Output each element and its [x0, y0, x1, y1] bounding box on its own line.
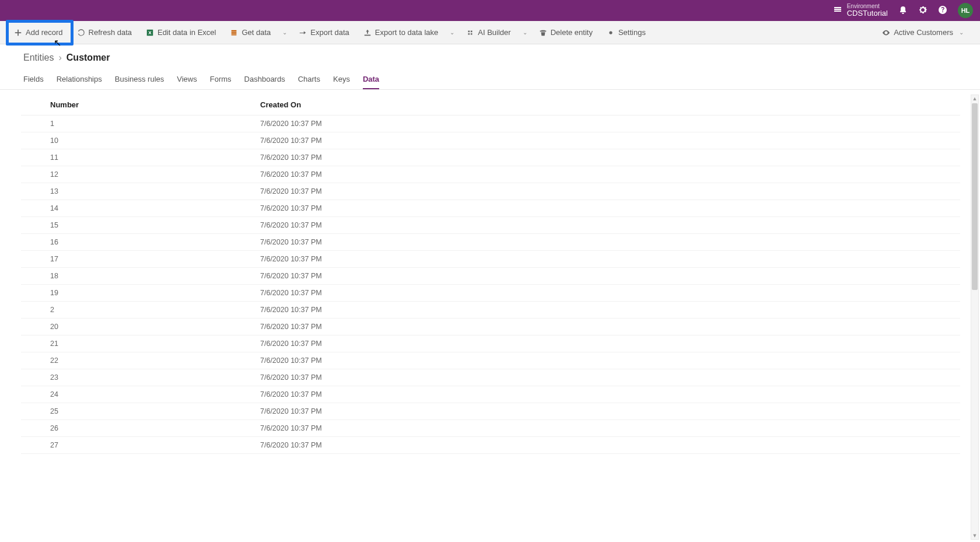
- cell-created: 7/6/2020 10:37 PM: [260, 187, 931, 195]
- table-row[interactable]: 187/6/2020 10:37 PM: [21, 268, 960, 285]
- data-grid-scroll[interactable]: Number Created On 17/6/2020 10:37 PM107/…: [21, 90, 966, 542]
- table-row[interactable]: 237/6/2020 10:37 PM: [21, 369, 960, 386]
- table-row[interactable]: 167/6/2020 10:37 PM: [21, 234, 960, 251]
- table-row[interactable]: 217/6/2020 10:37 PM: [21, 335, 960, 352]
- ai-builder-chevron-icon[interactable]: ⌄: [520, 29, 530, 36]
- tab-data[interactable]: Data: [363, 71, 379, 89]
- cell-number: 14: [50, 204, 260, 212]
- export-button[interactable]: Export data: [294, 26, 354, 39]
- breadcrumb-separator-icon: ›: [58, 53, 61, 63]
- cell-number: 20: [50, 323, 260, 331]
- table-row[interactable]: 277/6/2020 10:37 PM: [21, 437, 960, 454]
- table-row[interactable]: 197/6/2020 10:37 PM: [21, 285, 960, 302]
- cell-created: 7/6/2020 10:37 PM: [260, 424, 931, 432]
- tab-business-rules[interactable]: Business rules: [115, 71, 164, 89]
- tab-charts[interactable]: Charts: [298, 71, 320, 89]
- cell-created: 7/6/2020 10:37 PM: [260, 356, 931, 365]
- cell-created: 7/6/2020 10:37 PM: [260, 255, 931, 263]
- cell-number: 22: [50, 356, 260, 365]
- table-row[interactable]: 127/6/2020 10:37 PM: [21, 166, 960, 183]
- settings-label: Settings: [618, 28, 646, 37]
- view-selector[interactable]: Active Customers ⌄: [877, 26, 971, 39]
- cell-number: 23: [50, 373, 260, 382]
- tab-keys[interactable]: Keys: [333, 71, 350, 89]
- add-record-label: Add record: [26, 28, 63, 37]
- settings-gear-icon[interactable]: [918, 5, 928, 16]
- data-grid-header: Number Created On: [21, 90, 960, 116]
- user-avatar[interactable]: HL: [958, 3, 973, 18]
- export-lake-chevron-icon[interactable]: ⌄: [447, 29, 457, 36]
- tab-dashboards[interactable]: Dashboards: [244, 71, 285, 89]
- cell-created: 7/6/2020 10:37 PM: [260, 289, 931, 297]
- add-record-button[interactable]: Add record: [9, 26, 68, 39]
- export-label: Export data: [310, 28, 349, 37]
- table-row[interactable]: 227/6/2020 10:37 PM: [21, 352, 960, 369]
- cell-number: 12: [50, 170, 260, 179]
- breadcrumb-root[interactable]: Entities: [23, 53, 54, 63]
- delete-entity-button[interactable]: Delete entity: [534, 26, 597, 39]
- tab-relationships[interactable]: Relationships: [57, 71, 102, 89]
- edit-excel-label: Edit data in Excel: [158, 28, 216, 37]
- cell-number: 17: [50, 255, 260, 263]
- cell-created: 7/6/2020 10:37 PM: [260, 407, 931, 415]
- environment-picker[interactable]: Environment CDSTutorial: [833, 3, 888, 18]
- cell-number: 2: [50, 306, 260, 314]
- environment-name: CDSTutorial: [847, 9, 888, 18]
- cell-number: 13: [50, 187, 260, 195]
- cell-created: 7/6/2020 10:37 PM: [260, 238, 931, 246]
- breadcrumb-current: Customer: [66, 53, 110, 63]
- ai-builder-label: AI Builder: [478, 28, 510, 37]
- table-row[interactable]: 177/6/2020 10:37 PM: [21, 251, 960, 268]
- cell-number: 27: [50, 441, 260, 449]
- notifications-icon[interactable]: [898, 5, 908, 16]
- cell-created: 7/6/2020 10:37 PM: [260, 170, 931, 179]
- table-row[interactable]: 17/6/2020 10:37 PM: [21, 116, 960, 132]
- vertical-scrollbar[interactable]: ▲ ▼: [971, 95, 979, 540]
- table-row[interactable]: 27/6/2020 10:37 PM: [21, 302, 960, 319]
- cell-number: 25: [50, 407, 260, 415]
- tab-fields[interactable]: Fields: [23, 71, 44, 89]
- cell-number: 1: [50, 120, 260, 128]
- tab-forms[interactable]: Forms: [210, 71, 232, 89]
- scroll-down-icon[interactable]: ▼: [971, 532, 978, 539]
- settings-button[interactable]: Settings: [602, 26, 650, 39]
- cell-number: 19: [50, 289, 260, 297]
- ai-builder-button[interactable]: AI Builder: [461, 26, 515, 39]
- column-header-number[interactable]: Number: [50, 100, 260, 109]
- table-row[interactable]: 247/6/2020 10:37 PM: [21, 386, 960, 403]
- table-row[interactable]: 137/6/2020 10:37 PM: [21, 183, 960, 200]
- help-icon[interactable]: [938, 5, 947, 16]
- cell-created: 7/6/2020 10:37 PM: [260, 137, 931, 145]
- get-data-chevron-icon[interactable]: ⌄: [280, 29, 289, 36]
- column-header-created[interactable]: Created On: [260, 100, 931, 109]
- refresh-button[interactable]: Refresh data: [72, 26, 136, 39]
- view-selector-chevron-icon: ⌄: [957, 29, 966, 36]
- cell-number: 16: [50, 238, 260, 246]
- tab-views[interactable]: Views: [177, 71, 197, 89]
- table-row[interactable]: 147/6/2020 10:37 PM: [21, 200, 960, 217]
- table-row[interactable]: 107/6/2020 10:37 PM: [21, 132, 960, 149]
- cell-created: 7/6/2020 10:37 PM: [260, 441, 931, 449]
- export-lake-label: Export to data lake: [375, 28, 438, 37]
- cell-number: 21: [50, 340, 260, 348]
- table-row[interactable]: 207/6/2020 10:37 PM: [21, 319, 960, 335]
- table-row[interactable]: 257/6/2020 10:37 PM: [21, 403, 960, 420]
- scroll-thumb[interactable]: [972, 103, 978, 290]
- table-row[interactable]: 267/6/2020 10:37 PM: [21, 420, 960, 437]
- get-data-button[interactable]: Get data: [225, 26, 275, 39]
- refresh-label: Refresh data: [89, 28, 132, 37]
- edit-excel-button[interactable]: Edit data in Excel: [141, 26, 220, 39]
- cell-created: 7/6/2020 10:37 PM: [260, 306, 931, 314]
- cell-created: 7/6/2020 10:37 PM: [260, 323, 931, 331]
- table-row[interactable]: 117/6/2020 10:37 PM: [21, 149, 960, 166]
- delete-label: Delete entity: [551, 28, 593, 37]
- cell-number: 26: [50, 424, 260, 432]
- cell-created: 7/6/2020 10:37 PM: [260, 204, 931, 212]
- cell-created: 7/6/2020 10:37 PM: [260, 390, 931, 398]
- cell-number: 15: [50, 221, 260, 229]
- table-row[interactable]: 157/6/2020 10:37 PM: [21, 217, 960, 234]
- scroll-up-icon[interactable]: ▲: [971, 95, 978, 102]
- breadcrumb: Entities › Customer: [0, 44, 980, 65]
- get-data-label: Get data: [242, 28, 271, 37]
- export-lake-button[interactable]: Export to data lake: [359, 26, 443, 39]
